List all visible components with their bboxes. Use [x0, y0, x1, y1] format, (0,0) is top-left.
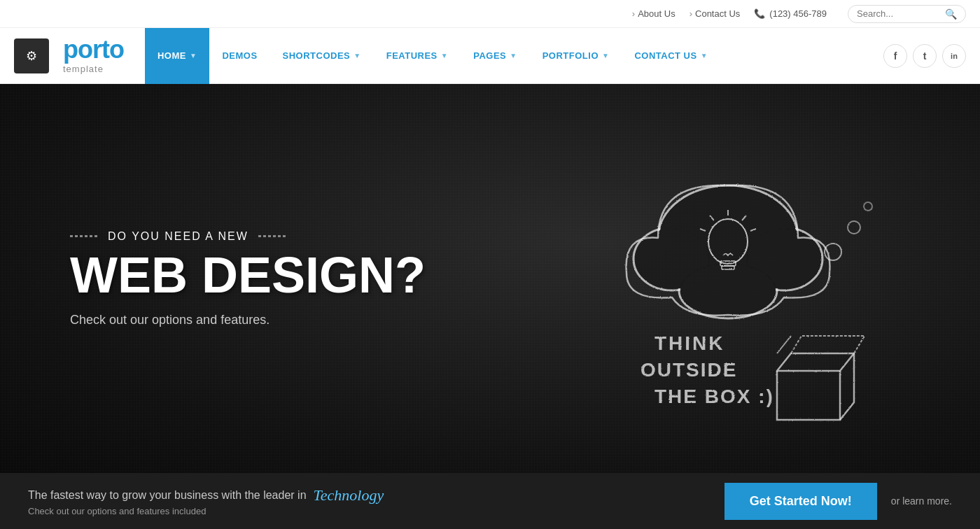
- twitter-icon[interactable]: t: [913, 44, 937, 68]
- svg-text:OUTSIDE: OUTSIDE: [640, 359, 737, 381]
- footer-text: The fastest way to grow your business wi…: [28, 489, 307, 502]
- dropdown-caret: ▼: [510, 52, 517, 59]
- nav-contact-us[interactable]: CONTACT US ▼: [622, 28, 720, 84]
- social-icons: f t in: [883, 44, 966, 68]
- settings-button[interactable]: ⚙: [14, 38, 49, 73]
- dropdown-caret: ▼: [441, 52, 448, 59]
- svg-point-17: [848, 221, 860, 234]
- nav-portfolio[interactable]: PORTFOLIO ▼: [530, 28, 622, 84]
- dropdown-caret: ▼: [602, 52, 609, 59]
- get-started-button[interactable]: Get Started Now!: [724, 483, 877, 520]
- hero-tagline: DO YOU NEED A NEW: [70, 230, 426, 243]
- dropdown-caret: ▼: [354, 52, 360, 59]
- logo-subtext: template: [63, 64, 104, 74]
- hero-section: DO YOU NEED A NEW WEB DESIGN? Check out …: [0, 84, 980, 473]
- main-header: ⚙ porto template HOME ▼ DEMOS SHORTCODES…: [0, 28, 980, 84]
- footer-highlight: Technology: [314, 486, 384, 505]
- gear-icon: ⚙: [26, 48, 37, 64]
- main-navigation: HOME ▼ DEMOS SHORTCODES ▼ FEATURES ▼ PAG…: [145, 28, 876, 84]
- hero-subtitle: Check out our options and features.: [70, 313, 426, 327]
- dropdown-caret: ▼: [190, 52, 197, 59]
- tagline-decoration-left: [70, 235, 98, 237]
- svg-point-18: [864, 202, 872, 211]
- linkedin-icon[interactable]: in: [942, 44, 966, 68]
- about-us-link[interactable]: About Us: [632, 8, 676, 19]
- contact-us-link[interactable]: Contact Us: [690, 8, 741, 19]
- search-input[interactable]: [857, 8, 941, 19]
- hero-tagline-text: DO YOU NEED A NEW: [108, 230, 248, 243]
- logo: porto template: [63, 37, 124, 74]
- hero-content: DO YOU NEED A NEW WEB DESIGN? Check out …: [0, 230, 426, 327]
- svg-text:THINK: THINK: [654, 332, 725, 354]
- nav-shortcodes[interactable]: SHORTCODES ▼: [270, 28, 374, 84]
- footer-text-block: The fastest way to grow your business wi…: [28, 486, 384, 516]
- learn-more-text: or learn more.: [891, 495, 952, 507]
- nav-pages[interactable]: PAGES ▼: [461, 28, 529, 84]
- hero-drawing: THINK OUTSIDE THE BOX :): [518, 112, 924, 448]
- logo-text: porto: [63, 37, 124, 62]
- nav-demos[interactable]: DEMOS: [209, 28, 270, 84]
- search-icon: 🔍: [945, 8, 957, 20]
- footer-strip: The fastest way to grow your business wi…: [0, 473, 980, 529]
- footer-subtext: Check out our options and features inclu…: [28, 506, 384, 516]
- search-box[interactable]: 🔍: [848, 5, 966, 23]
- tagline-decoration-right: [258, 235, 286, 237]
- nav-home[interactable]: HOME ▼: [145, 28, 209, 84]
- top-bar-links: About Us Contact Us 📞 (123) 456-789 🔍: [632, 5, 966, 23]
- hero-title: WEB DESIGN?: [70, 250, 426, 300]
- phone-number: 📞 (123) 456-789: [754, 8, 827, 19]
- phone-icon: 📞: [754, 8, 765, 19]
- top-bar: About Us Contact Us 📞 (123) 456-789 🔍: [0, 0, 980, 28]
- dropdown-caret: ▼: [701, 52, 708, 59]
- svg-point-7: [680, 264, 776, 317]
- svg-text:THE BOX :): THE BOX :): [654, 386, 774, 407]
- facebook-icon[interactable]: f: [883, 44, 907, 68]
- nav-features[interactable]: FEATURES ▼: [374, 28, 461, 84]
